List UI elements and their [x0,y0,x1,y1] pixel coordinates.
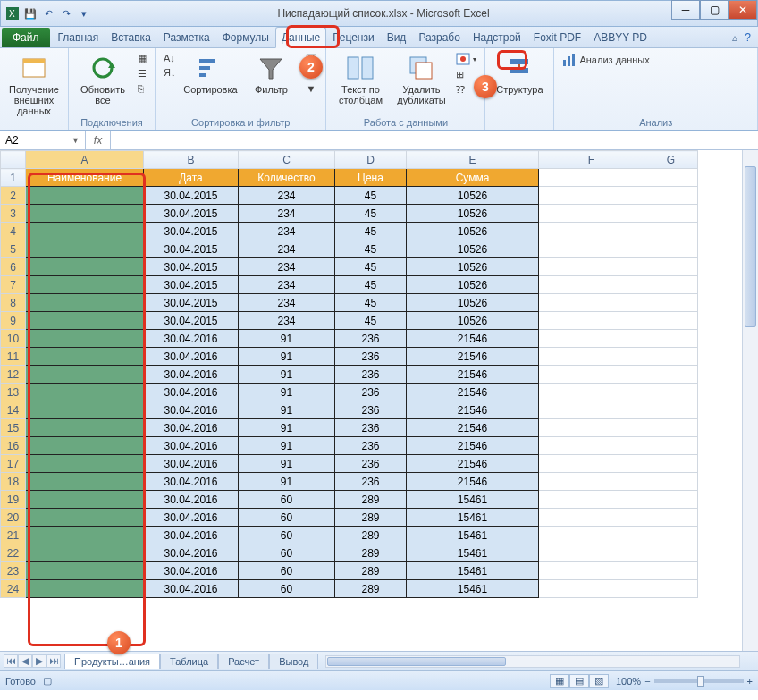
column-header-C[interactable]: C [239,151,335,169]
cell[interactable] [26,473,144,491]
cell[interactable] [644,384,698,401]
row-header[interactable]: 11 [1,348,26,366]
cell[interactable]: 21546 [407,384,539,401]
cell[interactable] [539,223,644,240]
cell[interactable]: 15461 [407,491,539,509]
cell[interactable] [644,205,698,223]
cell[interactable] [26,187,144,205]
cell[interactable] [539,276,644,294]
column-header-D[interactable]: D [335,151,407,169]
cell[interactable] [26,509,144,527]
cell[interactable]: 91 [239,401,335,419]
minimize-button[interactable]: ─ [671,0,700,20]
cell[interactable]: 30.04.2015 [144,240,239,258]
cell[interactable] [539,258,644,276]
cell[interactable] [644,473,698,491]
cell[interactable]: 60 [239,580,335,598]
cell[interactable] [644,455,698,473]
row-header[interactable]: 2 [1,187,26,205]
cell[interactable] [539,348,644,366]
cell[interactable] [26,258,144,276]
cell[interactable]: 236 [335,348,407,366]
cell[interactable] [644,258,698,276]
maximize-button[interactable]: ▢ [700,0,729,20]
text-to-columns-button[interactable]: Текст по столбцам [332,52,389,107]
row-header[interactable]: 17 [1,455,26,473]
cell[interactable] [644,169,698,187]
cell[interactable] [644,366,698,384]
cell[interactable]: 15461 [407,580,539,598]
sort-az-icon[interactable]: A↓ [161,52,178,64]
cell[interactable] [644,509,698,527]
cell[interactable] [26,223,144,240]
sort-za-icon[interactable]: Я↓ [161,66,178,79]
cell[interactable] [539,437,644,455]
cell[interactable]: 91 [239,348,335,366]
cell[interactable]: 91 [239,384,335,401]
cell[interactable]: 234 [239,276,335,294]
cell[interactable]: 21546 [407,330,539,348]
cell[interactable] [539,312,644,330]
row-header[interactable]: 9 [1,312,26,330]
sheet-tab[interactable]: Продукты…ания [64,654,160,669]
row-header[interactable]: 23 [1,562,26,580]
cell[interactable]: Количество [239,169,335,187]
row-header[interactable]: 14 [1,401,26,419]
cell[interactable]: 30.04.2015 [144,223,239,240]
cell[interactable]: 15461 [407,527,539,544]
macro-record-icon[interactable]: ▢ [43,675,52,687]
row-header[interactable]: 3 [1,205,26,223]
page-layout-view-icon[interactable]: ▤ [569,674,589,688]
cell[interactable]: 91 [239,419,335,437]
cell[interactable]: 234 [239,205,335,223]
cell[interactable]: 91 [239,473,335,491]
cell[interactable]: 30.04.2016 [144,562,239,580]
cell[interactable] [539,384,644,401]
data-validation-button[interactable]: ▾ [453,52,479,66]
cell[interactable]: 91 [239,330,335,348]
cell[interactable] [539,169,644,187]
cell[interactable]: 45 [335,294,407,312]
cell[interactable] [539,330,644,348]
ribbon-tab-вставка[interactable]: Вставка [105,27,157,47]
cell[interactable]: 60 [239,562,335,580]
cell[interactable] [644,187,698,205]
row-header[interactable]: 15 [1,419,26,437]
undo-icon[interactable]: ↶ [40,5,56,21]
cell[interactable]: 10526 [407,240,539,258]
cell[interactable] [26,562,144,580]
cell[interactable] [539,473,644,491]
row-header[interactable]: 8 [1,294,26,312]
cell[interactable]: 236 [335,330,407,348]
cell[interactable]: 60 [239,544,335,562]
cell[interactable] [26,348,144,366]
cell[interactable] [644,312,698,330]
cell[interactable]: 30.04.2015 [144,258,239,276]
sheet-tab[interactable]: Расчет [218,654,269,669]
cell[interactable]: 30.04.2016 [144,544,239,562]
row-header[interactable]: 13 [1,384,26,401]
cell[interactable]: 10526 [407,312,539,330]
zoom-out-icon[interactable]: − [644,676,650,687]
cell[interactable]: 30.04.2015 [144,205,239,223]
cell[interactable] [644,419,698,437]
cell[interactable]: 234 [239,294,335,312]
cell[interactable]: 30.04.2016 [144,419,239,437]
cell[interactable]: 30.04.2015 [144,312,239,330]
cell[interactable]: 10526 [407,276,539,294]
cell[interactable] [26,240,144,258]
cell[interactable] [26,330,144,348]
cell[interactable]: 234 [239,258,335,276]
cell[interactable]: 15461 [407,544,539,562]
row-header[interactable]: 5 [1,240,26,258]
cell[interactable] [644,276,698,294]
zoom-in-icon[interactable]: + [747,676,753,687]
save-icon[interactable]: 💾 [22,5,38,21]
cell[interactable]: 10526 [407,205,539,223]
normal-view-icon[interactable]: ▦ [550,674,569,688]
row-header[interactable]: 1 [1,169,26,187]
sheet-nav-prev-icon[interactable]: ◀ [18,654,32,668]
zoom-slider[interactable] [654,679,744,683]
vertical-scrollbar[interactable] [742,150,758,651]
cell[interactable] [539,419,644,437]
